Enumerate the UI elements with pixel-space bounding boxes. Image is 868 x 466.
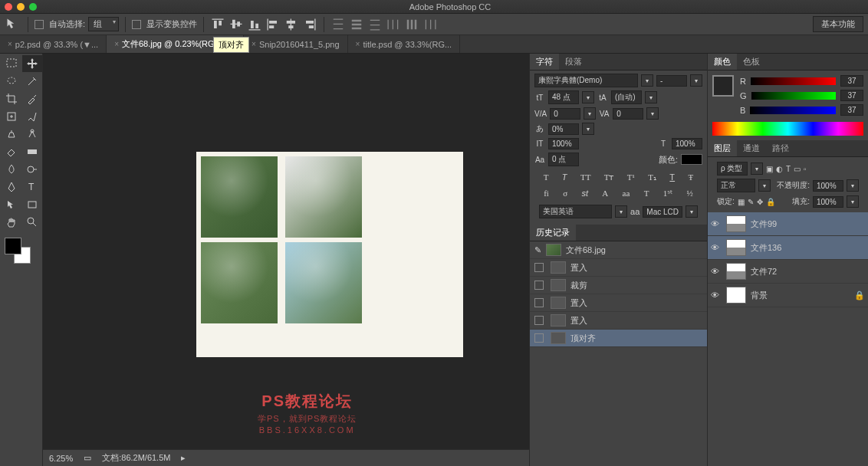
lock-position-icon[interactable]: ✎ [748, 198, 754, 206]
text-color-swatch[interactable] [681, 154, 702, 165]
distribute-right-button[interactable] [422, 17, 438, 32]
stylistic-button[interactable]: 1ˢᵗ [663, 189, 673, 199]
blur-tool[interactable] [2, 161, 21, 178]
clone-stamp-tool[interactable] [2, 126, 21, 143]
layer-name[interactable]: 文件72 [751, 266, 777, 277]
history-state[interactable]: 置入 [530, 312, 707, 330]
zoom-level[interactable]: 6.25% [49, 454, 73, 463]
dropdown-icon[interactable]: ▾ [582, 123, 594, 135]
show-transform-checkbox[interactable] [132, 20, 141, 29]
filter-pixel-icon[interactable]: ▣ [766, 165, 773, 173]
smallcaps-button[interactable]: Tᴛ [604, 172, 614, 182]
contextual-button[interactable]: σ [563, 189, 567, 199]
g-slider[interactable] [751, 92, 836, 100]
history-state[interactable]: 顶对齐 [530, 330, 707, 347]
filter-adjust-icon[interactable]: ◐ [776, 165, 783, 173]
leading[interactable]: (自动) [611, 90, 642, 104]
foreground-color[interactable] [5, 238, 21, 254]
close-icon[interactable]: × [356, 40, 360, 48]
history-checkbox[interactable] [534, 263, 544, 272]
underline-button[interactable]: T [669, 172, 675, 182]
dropdown-icon[interactable]: ▾ [645, 91, 657, 103]
layer-item[interactable]: 👁 背景 🔒 [708, 284, 868, 307]
dropdown-icon[interactable]: ▾ [847, 195, 859, 208]
history-checkbox[interactable] [534, 281, 544, 290]
hscale[interactable]: 100% [672, 138, 702, 149]
b-slider[interactable] [750, 107, 836, 114]
distribute-top-button[interactable] [330, 17, 346, 32]
pen-tool[interactable] [2, 179, 21, 195]
tab-paragraph[interactable]: 段落 [559, 54, 588, 70]
visibility-icon[interactable]: 👁 [711, 219, 722, 228]
healing-brush-tool[interactable] [2, 108, 21, 125]
dropdown-icon[interactable]: ▾ [646, 107, 659, 120]
lock-pixels-icon[interactable]: ▦ [738, 198, 745, 206]
close-window[interactable] [5, 3, 12, 11]
layer-name[interactable]: 文件136 [751, 242, 781, 254]
fraction-button[interactable]: T [644, 189, 649, 199]
filter-smart-icon[interactable]: ▫ [804, 165, 807, 173]
history-state[interactable]: 裁剪 [530, 277, 707, 294]
align-bottom-button[interactable] [247, 17, 262, 32]
filter-type-icon[interactable]: T [786, 165, 791, 173]
bold-button[interactable]: T [544, 172, 549, 182]
layer-filter[interactable]: ρ 类型 [717, 162, 748, 176]
tab-layers[interactable]: 图层 [708, 140, 737, 156]
scale[interactable]: 0% [548, 123, 579, 135]
maximize-window[interactable] [29, 3, 37, 11]
close-icon[interactable]: × [114, 40, 119, 48]
language[interactable]: 美国英语 [539, 205, 612, 218]
type-tool[interactable]: T [22, 179, 42, 195]
tracking[interactable]: 0 [613, 108, 643, 120]
color-swatches[interactable] [2, 235, 42, 265]
move-tool-icon[interactable] [5, 16, 21, 33]
close-icon[interactable]: × [252, 40, 256, 48]
layer-name[interactable]: 文件99 [751, 218, 777, 230]
align-right-button[interactable] [302, 17, 317, 32]
dropdown-icon[interactable]: ▾ [751, 162, 763, 175]
slashed-zero-button[interactable]: ½ [687, 189, 693, 199]
g-value[interactable]: 37 [840, 90, 863, 101]
marquee-tool[interactable] [2, 55, 21, 72]
layer-item[interactable]: 👁 文件136 [708, 236, 868, 260]
font-style[interactable]: - [656, 75, 687, 87]
history-state[interactable]: 置入 [530, 259, 707, 277]
ordinal-button[interactable]: aa [623, 189, 630, 199]
fill-value[interactable]: 100% [813, 196, 843, 208]
layer-name[interactable]: 背景 [751, 290, 768, 301]
align-vcenter-button[interactable] [229, 17, 244, 32]
gradient-tool[interactable] [22, 143, 42, 160]
filter-shape-icon[interactable]: ▭ [794, 165, 801, 173]
visibility-icon[interactable]: 👁 [711, 267, 722, 276]
dropdown-icon[interactable]: ▾ [847, 179, 859, 192]
font-size[interactable]: 48 点 [548, 90, 579, 104]
path-selection-tool[interactable] [2, 196, 21, 213]
magic-wand-tool[interactable] [22, 73, 42, 90]
blend-mode[interactable]: 正常 [717, 179, 755, 192]
shape-tool[interactable] [22, 196, 42, 213]
distribute-left-button[interactable] [386, 17, 401, 32]
crop-tool[interactable] [2, 90, 21, 107]
status-icon[interactable]: ▭ [84, 453, 91, 463]
document-canvas[interactable] [196, 152, 463, 357]
hand-tool[interactable] [2, 214, 21, 231]
history-checkbox[interactable] [534, 316, 544, 325]
swash-button[interactable]: st [581, 189, 588, 199]
history-state[interactable]: 置入 [530, 294, 707, 312]
layer-item[interactable]: 👁 文件72 [708, 260, 868, 284]
distribute-vcenter-button[interactable] [349, 17, 364, 32]
dropdown-icon[interactable]: ▾ [584, 107, 596, 120]
brush-tool[interactable] [22, 108, 42, 125]
subscript-button[interactable]: T₁ [648, 172, 656, 182]
color-spectrum[interactable] [712, 122, 863, 136]
history-checkbox[interactable] [534, 333, 544, 343]
dodge-tool[interactable] [22, 161, 42, 178]
ligature-button[interactable]: fi [544, 189, 549, 199]
baseline[interactable]: 0 点 [548, 153, 579, 166]
dropdown-icon[interactable]: ▾ [686, 205, 698, 218]
tab-character[interactable]: 字符 [530, 54, 559, 70]
close-icon[interactable]: × [8, 40, 12, 48]
superscript-button[interactable]: T¹ [627, 172, 635, 182]
tab-paths[interactable]: 路径 [766, 140, 795, 156]
zoom-tool[interactable] [22, 214, 42, 231]
